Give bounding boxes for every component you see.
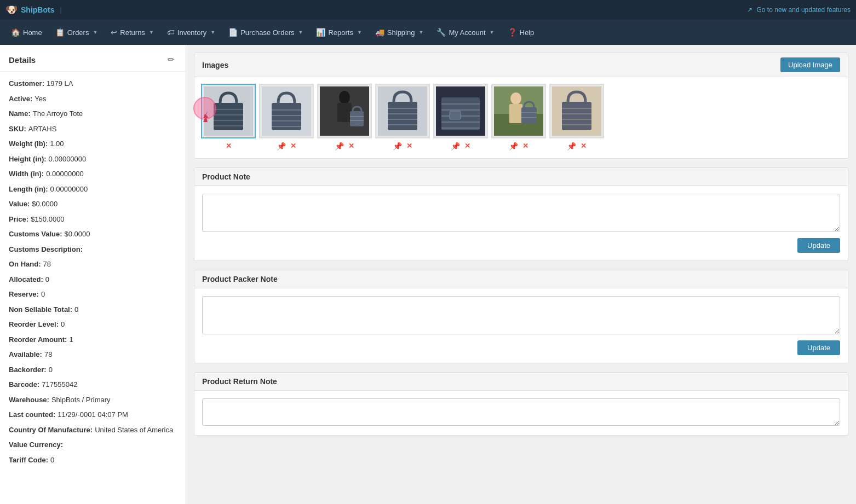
nav-reports-label: Reports: [328, 28, 353, 37]
help-icon: ❓: [508, 28, 517, 37]
reorder-level-value: 0: [61, 319, 65, 330]
tariff-value: 0: [50, 455, 54, 466]
details-field-length: Length (in): 0.00000000: [0, 182, 186, 197]
product-packer-note-title: Product Packer Note: [202, 275, 278, 283]
nav-my-account-label: My Account: [449, 28, 485, 37]
available-value: 78: [44, 349, 52, 360]
width-value: 0.00000000: [46, 169, 84, 179]
last-counted-value: 11/29/-0001 04:07 PM: [58, 409, 128, 420]
product-return-note-textarea[interactable]: [202, 398, 840, 426]
price-label: Price:: [9, 214, 28, 225]
nav-help[interactable]: ❓ Help: [501, 20, 541, 45]
nav-orders[interactable]: 📋 Orders ▼: [49, 20, 105, 45]
backorder-value: 0: [49, 364, 53, 375]
image-delete-1[interactable]: ✕: [226, 142, 232, 150]
nav-home-label: Home: [23, 28, 42, 37]
product-packer-note-header: Product Packer Note: [194, 270, 848, 288]
my-account-dropdown-arrow: ▼: [490, 30, 495, 35]
purchase-orders-icon: 📄: [228, 28, 238, 37]
image-delete-4[interactable]: ✕: [406, 142, 412, 150]
image-thumb-7[interactable]: 📌 ✕: [549, 84, 604, 152]
details-field-allocated: Allocated: 0: [0, 272, 186, 287]
orders-icon: 📋: [55, 28, 65, 37]
nav-shipping[interactable]: 🚚 Shipping ▼: [369, 20, 430, 45]
images-section-title: Images: [202, 61, 228, 69]
image-pin-7[interactable]: 📌: [567, 142, 576, 150]
nav-help-label: Help: [520, 28, 535, 37]
name-value: The Arroyo Tote: [33, 108, 83, 119]
returns-dropdown-arrow: ▼: [149, 30, 154, 35]
image-thumb-1[interactable]: ✕: [201, 84, 256, 152]
details-field-tariff: Tariff Code: 0: [0, 453, 186, 468]
bag-image-3: [320, 86, 369, 136]
value-currency-label: Value Currency:: [9, 439, 63, 450]
topbar-left: 🐶 ShipBots |: [5, 4, 64, 16]
details-field-value: Value: $0.0000: [0, 196, 186, 212]
on-hand-value: 78: [43, 259, 51, 270]
image-thumb-5[interactable]: 📌 ✕: [433, 84, 488, 152]
svg-rect-21: [388, 102, 417, 130]
inventory-dropdown-arrow: ▼: [210, 30, 215, 35]
image-thumb-6[interactable]: 📌 ✕: [491, 84, 546, 152]
nav-home[interactable]: 🏠 Home: [4, 20, 49, 45]
image-thumb-3[interactable]: 📌 ✕: [317, 84, 372, 152]
reserve-value: 0: [41, 289, 45, 300]
product-note-body: Update: [194, 186, 848, 260]
nav-my-account[interactable]: 🔧 My Account ▼: [430, 20, 501, 45]
details-field-value-currency: Value Currency:: [0, 437, 186, 453]
image-pin-6[interactable]: 📌: [509, 142, 518, 150]
image-delete-5[interactable]: ✕: [464, 142, 470, 150]
nav-inventory[interactable]: 🏷 Inventory ▼: [160, 20, 222, 45]
reorder-amount-value: 1: [69, 334, 73, 345]
customs-value-label: Customs Value:: [9, 229, 62, 240]
sidebar-header: Details ✏: [0, 50, 186, 72]
height-label: Height (in):: [9, 154, 47, 165]
image-thumb-4[interactable]: 📌 ✕: [375, 84, 430, 152]
purchase-orders-dropdown-arrow: ▼: [298, 30, 303, 35]
active-label: Active:: [9, 94, 32, 105]
inventory-icon: 🏷: [167, 28, 175, 37]
upload-image-button[interactable]: Upload Image: [780, 57, 840, 72]
edit-details-button[interactable]: ✏: [165, 54, 177, 66]
product-packer-note-textarea[interactable]: [202, 296, 840, 334]
reorder-amount-label: Reorder Amount:: [9, 334, 67, 345]
nav-orders-label: Orders: [67, 28, 89, 37]
logo-icon: 🐶: [5, 4, 18, 16]
product-packer-note-section: Product Packer Note Update: [194, 270, 848, 363]
image-delete-6[interactable]: ✕: [522, 142, 528, 150]
nav-inventory-label: Inventory: [177, 28, 206, 37]
product-note-section: Product Note Update: [194, 167, 848, 261]
nav-reports[interactable]: 📊 Reports ▼: [309, 20, 368, 45]
image-pin-5[interactable]: 📌: [451, 142, 460, 150]
svg-point-15: [339, 91, 350, 104]
details-field-height: Height (in): 0.00000000: [0, 152, 186, 167]
image-thumb-2[interactable]: 📌 ✕: [259, 84, 314, 152]
nav-purchase-orders[interactable]: 📄 Purchase Orders ▼: [222, 20, 309, 45]
image-pin-2[interactable]: 📌: [277, 142, 286, 150]
shipping-icon: 🚚: [375, 28, 384, 37]
image-pin-3[interactable]: 📌: [335, 142, 344, 150]
returns-icon: ↩: [111, 28, 117, 37]
customs-desc-label: Customs Description:: [9, 244, 83, 255]
details-field-available: Available: 78: [0, 347, 186, 362]
nav-returns[interactable]: ↩ Returns ▼: [104, 20, 160, 45]
navbar: 🏠 Home 📋 Orders ▼ ↩ Returns ▼ 🏷 Inventor…: [0, 20, 856, 45]
image-delete-3[interactable]: ✕: [348, 142, 354, 150]
main-layout: Details ✏ Customer: 1979 LA Active: Yes …: [0, 45, 856, 504]
details-field-reorder-amount: Reorder Amount: 1: [0, 332, 186, 347]
sidebar-title: Details: [9, 55, 36, 65]
active-value: Yes: [35, 94, 46, 105]
image-pin-4[interactable]: 📌: [393, 142, 402, 150]
image-delete-2[interactable]: ✕: [290, 142, 296, 150]
non-sellable-label: Non Sellable Total:: [9, 304, 72, 315]
new-features-link[interactable]: ↗ Go to new and updated features: [747, 6, 851, 14]
reports-icon: 📊: [316, 28, 325, 37]
product-packer-note-update-button[interactable]: Update: [797, 340, 840, 355]
country-label: Country Of Manufacture:: [9, 425, 93, 436]
product-note-update-button[interactable]: Update: [797, 238, 840, 253]
product-note-textarea[interactable]: [202, 194, 840, 232]
sku-value: ARTAHS: [28, 124, 57, 135]
tariff-label: Tariff Code:: [9, 455, 48, 466]
image-delete-7[interactable]: ✕: [581, 142, 587, 150]
sku-label: SKU:: [9, 124, 26, 135]
